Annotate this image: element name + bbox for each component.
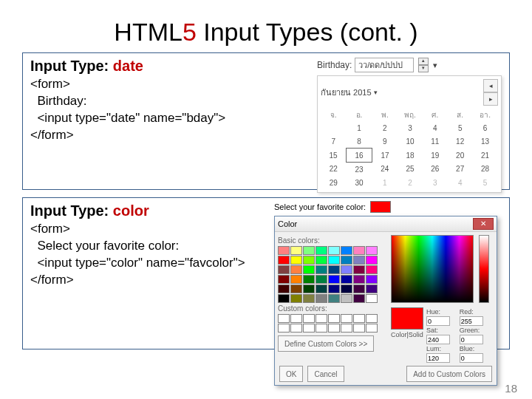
basic-color-swatch[interactable] <box>341 256 352 265</box>
basic-color-swatch[interactable] <box>341 284 352 293</box>
calendar-day[interactable]: 1 <box>346 121 372 134</box>
basic-color-swatch[interactable] <box>328 256 340 265</box>
red-field[interactable] <box>460 316 483 326</box>
custom-color-swatch[interactable] <box>278 324 290 332</box>
custom-color-swatch[interactable] <box>316 324 327 332</box>
basic-color-swatch[interactable] <box>328 294 340 303</box>
calendar-day[interactable]: 5 <box>473 176 498 189</box>
basic-color-swatch[interactable] <box>328 284 340 293</box>
chevron-down-icon[interactable]: ▾ <box>374 89 378 96</box>
calendar-day[interactable]: 19 <box>423 149 448 163</box>
basic-color-swatch[interactable] <box>366 256 378 265</box>
calendar-day[interactable]: 29 <box>321 176 346 189</box>
custom-color-swatch[interactable] <box>290 314 302 323</box>
basic-color-swatch[interactable] <box>290 294 302 303</box>
custom-color-swatch[interactable] <box>290 324 302 332</box>
basic-color-swatch[interactable] <box>290 246 302 255</box>
calendar-day[interactable]: 5 <box>448 121 473 134</box>
basic-color-swatch[interactable] <box>316 265 327 274</box>
custom-color-swatch[interactable] <box>303 324 315 332</box>
basic-color-swatch[interactable] <box>366 284 378 293</box>
cancel-button[interactable]: Cancel <box>307 366 344 382</box>
calendar-day[interactable]: 27 <box>448 163 473 177</box>
custom-color-swatch[interactable] <box>328 314 340 323</box>
calendar-day[interactable]: 6 <box>473 121 498 134</box>
calendar-day[interactable]: 22 <box>321 163 346 177</box>
lum-field[interactable] <box>426 353 450 363</box>
custom-color-swatch[interactable] <box>303 314 315 323</box>
custom-color-swatch[interactable] <box>341 324 352 332</box>
basic-color-swatch[interactable] <box>303 294 315 303</box>
custom-color-swatch[interactable] <box>353 324 365 332</box>
calendar-day[interactable]: 25 <box>398 163 423 177</box>
calendar-day[interactable]: 3 <box>398 121 423 134</box>
calendar-day[interactable]: 30 <box>346 176 372 189</box>
green-field[interactable] <box>460 335 483 344</box>
basic-color-swatch[interactable] <box>328 265 340 274</box>
basic-color-swatch[interactable] <box>341 294 352 303</box>
basic-color-swatch[interactable] <box>353 275 365 284</box>
calendar-day[interactable]: 18 <box>398 149 423 163</box>
basic-color-swatch[interactable] <box>303 246 315 255</box>
calendar-day[interactable] <box>321 121 346 134</box>
basic-color-swatch[interactable] <box>353 246 365 255</box>
luminance-slider[interactable] <box>479 235 489 303</box>
basic-color-swatch[interactable] <box>341 246 352 255</box>
basic-color-swatch[interactable] <box>341 265 352 274</box>
calendar-day[interactable]: 9 <box>372 134 398 149</box>
basic-color-swatch[interactable] <box>278 294 290 303</box>
basic-color-swatch[interactable] <box>328 246 340 255</box>
calendar-day[interactable]: 16 <box>346 149 372 163</box>
ok-button[interactable]: OK <box>279 366 303 382</box>
custom-color-swatch[interactable] <box>366 324 378 332</box>
basic-color-swatch[interactable] <box>303 275 315 284</box>
calendar-day[interactable]: 28 <box>473 163 498 177</box>
calendar-day[interactable]: 8 <box>346 134 372 149</box>
calendar-prev-button[interactable]: ◂ <box>483 79 498 92</box>
basic-color-swatch[interactable] <box>290 284 302 293</box>
date-stepper[interactable]: ▴▾ <box>418 58 429 72</box>
basic-color-swatch[interactable] <box>303 284 315 293</box>
hue-field[interactable] <box>426 316 450 326</box>
calendar-next-button[interactable]: ▸ <box>483 92 498 106</box>
calendar-day[interactable]: 17 <box>372 149 398 163</box>
basic-color-swatch[interactable] <box>316 284 327 293</box>
calendar-day[interactable]: 11 <box>423 134 448 149</box>
custom-color-swatch[interactable] <box>278 314 290 323</box>
basic-color-swatch[interactable] <box>366 265 378 274</box>
basic-color-swatch[interactable] <box>353 265 365 274</box>
color-swatch-current[interactable] <box>370 201 391 213</box>
basic-color-swatch[interactable] <box>290 265 302 274</box>
calendar-day[interactable]: 10 <box>398 134 423 149</box>
calendar-day[interactable]: 21 <box>473 149 498 163</box>
calendar-day[interactable]: 13 <box>473 134 498 149</box>
close-icon[interactable]: ✕ <box>473 218 494 230</box>
basic-color-swatch[interactable] <box>353 256 365 265</box>
define-custom-button[interactable]: Define Custom Colors >> <box>278 335 374 352</box>
basic-color-swatch[interactable] <box>278 265 290 274</box>
calendar-day[interactable]: 7 <box>321 134 346 149</box>
basic-color-swatch[interactable] <box>316 275 327 284</box>
basic-color-swatch[interactable] <box>303 256 315 265</box>
basic-color-swatch[interactable] <box>366 275 378 284</box>
basic-color-swatch[interactable] <box>303 265 315 274</box>
custom-color-swatch[interactable] <box>341 314 352 323</box>
calendar-day[interactable]: 4 <box>448 176 473 189</box>
calendar-day[interactable]: 26 <box>423 163 448 177</box>
basic-color-swatch[interactable] <box>290 275 302 284</box>
calendar-day[interactable]: 12 <box>448 134 473 149</box>
calendar-day[interactable]: 15 <box>321 149 346 163</box>
calendar-day[interactable]: 1 <box>372 176 398 189</box>
calendar-day[interactable]: 3 <box>423 176 448 189</box>
basic-color-swatch[interactable] <box>290 256 302 265</box>
calendar-day[interactable]: 2 <box>398 176 423 189</box>
custom-color-swatch[interactable] <box>316 314 327 323</box>
basic-color-swatch[interactable] <box>316 294 327 303</box>
basic-color-swatch[interactable] <box>278 275 290 284</box>
calendar-day[interactable]: 24 <box>372 163 398 177</box>
blue-field[interactable] <box>460 353 483 363</box>
calendar-day[interactable]: 2 <box>372 121 398 134</box>
basic-color-swatch[interactable] <box>278 256 290 265</box>
chevron-down-icon[interactable]: ▾ <box>433 61 437 70</box>
basic-color-swatch[interactable] <box>316 246 327 255</box>
